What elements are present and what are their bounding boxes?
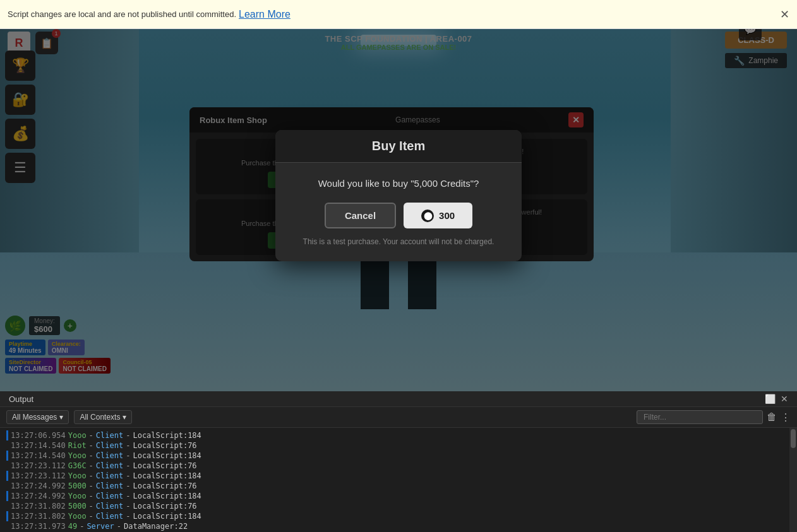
filter-messages-dropdown[interactable]: All Messages ▾ [6, 410, 69, 424]
filter-clear-button[interactable]: 🗑 [767, 411, 777, 423]
buy-button[interactable]: ⬤ 300 [404, 203, 472, 228]
modal-question: Would you like to buy "5,000 Credits"? [293, 178, 504, 189]
output-log-container: 13:27:06.954Yooo-Client-LocalScript:1841… [0, 428, 797, 532]
log-time: 13:27:31.973 [11, 522, 66, 531]
filter-contexts-label: All Contexts [80, 413, 120, 422]
modal-overlay: Buy Item Would you like to buy "5,000 Cr… [0, 0, 797, 391]
log-ctx: Client [96, 512, 123, 521]
log-line: 13:27:14.540Riot-Client-LocalScript:76 [6, 440, 783, 451]
log-time: 13:27:06.954 [11, 431, 66, 440]
log-name: Yooo [68, 512, 87, 521]
output-title: Output [9, 394, 33, 404]
log-ctx: Client [96, 461, 123, 470]
log-ctx: Client [96, 431, 123, 440]
output-log: 13:27:06.954Yooo-Client-LocalScript:1841… [0, 428, 789, 532]
modal-disclaimer: This is a test purchase. Your account wi… [293, 237, 504, 246]
buy-modal-body: Would you like to buy "5,000 Credits"? C… [275, 163, 522, 261]
output-filters: All Messages ▾ All Contexts ▾ 🗑 ⋮ [0, 407, 797, 428]
log-name: 5000 [68, 502, 87, 511]
log-name: 49 [68, 522, 77, 531]
log-time: 13:27:23.112 [11, 471, 66, 480]
log-ctx: Client [96, 451, 123, 460]
log-scrollbar[interactable] [789, 428, 797, 532]
log-line: 13:27:23.112Yooo-Client-LocalScript:184 [6, 471, 783, 481]
output-close-icon[interactable]: ✕ [781, 394, 788, 404]
log-ctx: Client [96, 482, 123, 490]
log-name: Yooo [68, 431, 87, 440]
notification-text: Script changes are local and are not pub… [8, 9, 236, 19]
notification-close-button[interactable]: ✕ [780, 8, 789, 21]
output-header: Output ⬜ ✕ [0, 391, 797, 407]
expand-icon[interactable]: ⬜ [765, 394, 776, 404]
log-line: 13:27:06.954Yooo-Client-LocalScript:184 [6, 430, 783, 440]
chevron-down-icon-2: ▾ [123, 413, 126, 422]
log-line: 13:27:23.112G36C-Client-LocalScript:76 [6, 461, 783, 471]
log-time: 13:27:24.992 [11, 482, 66, 490]
log-time: 13:27:23.112 [11, 461, 66, 470]
log-time: 13:27:14.540 [11, 441, 66, 450]
buy-modal-header: Buy Item [275, 130, 522, 163]
log-ctx: Client [96, 441, 123, 450]
filter-options-button[interactable]: ⋮ [781, 411, 791, 423]
log-name: Yooo [68, 451, 87, 460]
filter-messages-label: All Messages [12, 413, 57, 422]
log-line: 13:27:31.97349-Server-DataManager:22 [6, 521, 783, 531]
cancel-button[interactable]: Cancel [325, 203, 396, 228]
output-actions: ⬜ ✕ [765, 394, 788, 404]
chevron-down-icon: ▾ [59, 413, 63, 422]
log-ctx: Client [96, 471, 123, 480]
notification-bar: Script changes are local and are not pub… [0, 0, 797, 29]
modal-buttons: Cancel ⬤ 300 [293, 203, 504, 228]
log-name: G36C [68, 461, 87, 470]
log-name: 5000 [68, 482, 87, 490]
log-name: Yooo [68, 492, 87, 500]
buy-price-label: 300 [439, 210, 455, 221]
log-line: 13:27:24.9925000-Client-LocalScript:76 [6, 481, 783, 491]
log-line: 13:27:31.8025000-Client-LocalScript:76 [6, 501, 783, 511]
log-time: 13:27:31.802 [11, 512, 66, 521]
buy-item-modal: Buy Item Would you like to buy "5,000 Cr… [275, 130, 522, 261]
filter-input[interactable] [637, 410, 763, 424]
modal-title: Buy Item [372, 139, 425, 153]
log-line: 13:27:31.802Yooo-Client-LocalScript:184 [6, 511, 783, 521]
scroll-thumb[interactable] [791, 429, 796, 448]
filter-right: 🗑 ⋮ [637, 410, 791, 424]
filter-contexts-dropdown[interactable]: All Contexts ▾ [74, 410, 132, 424]
log-line: 13:27:24.992Yooo-Client-LocalScript:184 [6, 491, 783, 501]
log-time: 13:27:31.802 [11, 502, 66, 511]
output-panel: Output ⬜ ✕ All Messages ▾ All Contexts ▾… [0, 391, 797, 532]
game-viewport: Script changes are local and are not pub… [0, 0, 797, 391]
log-ctx: Server [87, 522, 114, 531]
log-line: 13:27:14.540Yooo-Client-LocalScript:184 [6, 451, 783, 461]
notification-link[interactable]: Learn More [239, 9, 291, 20]
log-time: 13:27:24.992 [11, 492, 66, 500]
robux-icon: ⬤ [421, 210, 434, 222]
log-ctx: Client [96, 492, 123, 500]
log-ctx: Client [96, 502, 123, 511]
log-name: Riot [68, 441, 87, 450]
log-time: 13:27:14.540 [11, 451, 66, 460]
log-name: Yooo [68, 471, 87, 480]
